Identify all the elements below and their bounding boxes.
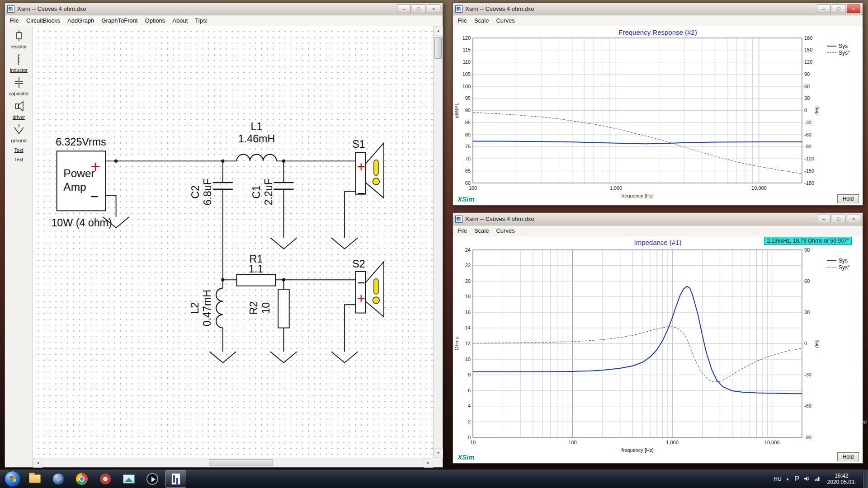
- maximize-button[interactable]: □: [832, 215, 845, 223]
- svg-text:0: 0: [804, 341, 807, 346]
- capacitor-icon: [11, 77, 27, 89]
- menu-scale[interactable]: Scale: [471, 16, 493, 25]
- close-button[interactable]: ×: [847, 215, 860, 223]
- titlebar[interactable]: Xsim -- Csöves 4 ohm.dxo – □ ×: [5, 3, 443, 15]
- svg-text:6: 6: [468, 388, 471, 393]
- R2-ref: R2: [248, 301, 259, 315]
- maximize-button[interactable]: □: [832, 5, 845, 13]
- show-hidden-icons-button[interactable]: ▲: [786, 477, 790, 481]
- photo-viewer-icon: [123, 474, 135, 483]
- svg-text:90: 90: [465, 108, 471, 113]
- svg-text:2: 2: [468, 419, 471, 424]
- svg-text:24: 24: [465, 247, 471, 253]
- svg-text:1,000: 1,000: [610, 185, 623, 191]
- menu-file[interactable]: File: [6, 16, 23, 25]
- svg-text:1,000: 1,000: [666, 440, 679, 445]
- svg-text:90: 90: [804, 247, 810, 253]
- hold-button[interactable]: Hold: [837, 452, 859, 461]
- titlebar[interactable]: Xsim -- Csöves 4 ohm.dxo – □ ×: [453, 3, 863, 15]
- network-icon[interactable]: [814, 476, 821, 482]
- scroll-up-button[interactable]: ▲: [434, 26, 443, 36]
- component-L1[interactable]: L1 1.46mH: [236, 121, 276, 161]
- scrollbar-corner: [433, 458, 443, 467]
- menu-about[interactable]: About: [169, 16, 191, 25]
- scroll-left-button[interactable]: ◄: [33, 458, 42, 468]
- menu-curves[interactable]: Curves: [492, 226, 518, 235]
- frequency-response-chart: 6065707580859095100105110115120-180-150-…: [453, 26, 863, 205]
- menu-options[interactable]: Options: [142, 16, 169, 25]
- show-desktop-button[interactable]: [863, 469, 868, 488]
- cursor-readout-tooltip: 2.136kHz, 18.79 Ohms or 50.907°: [764, 237, 852, 245]
- tool-text-2[interactable]: Text: [5, 157, 33, 162]
- component-power-amp[interactable]: 6.325Vrms Power Amp + − 10W (4 ohm): [51, 136, 112, 229]
- menu-addgraph[interactable]: AddGraph: [64, 16, 98, 25]
- L1-value: 1.46mH: [238, 133, 275, 145]
- hold-button[interactable]: Hold: [837, 194, 859, 203]
- svg-text:60: 60: [804, 84, 810, 89]
- menu-file[interactable]: File: [454, 16, 471, 25]
- svg-text:0: 0: [804, 108, 807, 113]
- vertical-scroll-thumb[interactable]: [434, 37, 442, 59]
- tool-resistor[interactable]: resistor: [5, 30, 33, 49]
- minimize-button[interactable]: –: [397, 5, 410, 13]
- inductor-icon: [11, 53, 27, 65]
- tool-capacitor[interactable]: capacitor: [5, 77, 33, 96]
- window-title: Xsim -- Csöves 4 ohm.dxo: [17, 5, 394, 12]
- media-player-icon: [52, 473, 64, 485]
- tool-inductor[interactable]: inductor: [5, 53, 33, 73]
- component-C1[interactable]: C1 2.2uF: [250, 178, 294, 205]
- taskbar-media-player-classic-button[interactable]: [142, 470, 163, 488]
- horizontal-scroll-thumb[interactable]: [209, 459, 273, 466]
- menu-graphtofront[interactable]: GraphToFront: [98, 16, 141, 25]
- svg-text:10,000: 10,000: [751, 185, 767, 191]
- vertical-scrollbar[interactable]: ▲ ▼: [433, 26, 443, 458]
- horizontal-scrollbar[interactable]: ◄ ►: [33, 458, 433, 467]
- legend-label: Sys: [839, 43, 848, 49]
- ground-symbols[interactable]: [103, 217, 358, 363]
- scroll-right-button[interactable]: ►: [424, 458, 433, 468]
- component-R1[interactable]: R1 1.1: [236, 253, 275, 286]
- maximize-button[interactable]: □: [412, 5, 425, 13]
- taskbar-media-player-button[interactable]: [48, 470, 69, 488]
- menu-scale[interactable]: Scale: [471, 226, 493, 235]
- taskbar-photo-viewer-button[interactable]: [118, 470, 139, 488]
- menu-circuitblocks[interactable]: CircuitBlocks: [23, 16, 64, 25]
- menu-file[interactable]: File: [454, 226, 471, 235]
- legend-label: Sys°: [839, 50, 850, 56]
- R1-value: 1.1: [249, 263, 263, 275]
- taskbar-explorer-button[interactable]: [24, 470, 45, 488]
- start-button[interactable]: [5, 471, 21, 487]
- component-R2[interactable]: R2 10: [248, 289, 289, 328]
- tool-ground[interactable]: ground: [5, 124, 33, 143]
- component-L2[interactable]: L2 0.47mH: [189, 288, 223, 328]
- action-center-flag-icon[interactable]: [794, 476, 800, 482]
- tool-text-1[interactable]: Text: [5, 147, 33, 153]
- driver-S1[interactable]: S1 + −: [352, 138, 384, 201]
- scroll-down-button[interactable]: ▼: [434, 448, 443, 458]
- svg-text:65: 65: [465, 168, 471, 174]
- menu-curves[interactable]: Curves: [492, 16, 518, 25]
- taskbar-settings-button[interactable]: [95, 470, 116, 488]
- svg-text:dBSPL: dBSPL: [454, 103, 459, 118]
- taskbar-xsim-button[interactable]: [165, 470, 186, 488]
- C2-value: 6.8uF: [202, 178, 213, 205]
- schematic-canvas[interactable]: 6.325Vrms Power Amp + − 10W (4 ohm) L1 1…: [33, 26, 433, 458]
- titlebar[interactable]: Xsim -- Csöves 4 ohm.dxo – □ ×: [453, 213, 863, 225]
- component-C2[interactable]: C2 6.8uF: [189, 178, 233, 205]
- close-button[interactable]: ×: [847, 5, 860, 13]
- schematic-drawing: 6.325Vrms Power Amp + − 10W (4 ohm) L1 1…: [33, 26, 433, 458]
- menu-tips[interactable]: Tips!: [191, 16, 211, 25]
- volume-icon[interactable]: [804, 476, 810, 482]
- media-player-classic-icon: [146, 473, 158, 485]
- close-button[interactable]: ×: [427, 5, 440, 13]
- svg-text:-60: -60: [804, 132, 811, 137]
- tool-label: capacitor: [5, 91, 33, 96]
- tool-driver[interactable]: driver: [5, 100, 33, 120]
- clock[interactable]: 16:42 2020.05.03.: [825, 473, 859, 485]
- language-indicator[interactable]: HU: [774, 476, 781, 482]
- taskbar-chrome-button[interactable]: [71, 470, 92, 488]
- minimize-button[interactable]: –: [817, 215, 830, 223]
- graph-title: Frequency Response (#2): [453, 28, 863, 36]
- minimize-button[interactable]: –: [817, 5, 830, 13]
- svg-text:-90: -90: [804, 435, 811, 440]
